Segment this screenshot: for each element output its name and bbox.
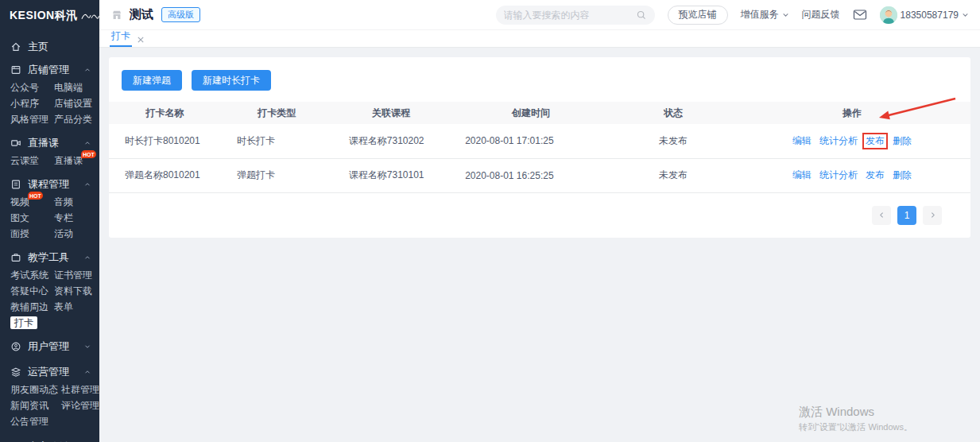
stats-link[interactable]: 统计分析	[819, 169, 858, 180]
new-popquiz-button[interactable]: 新建弹题	[122, 70, 182, 91]
sidebar-section-distribution: 内容分销	[10, 437, 99, 442]
shop-icon	[10, 64, 21, 76]
section-label: 教学工具	[28, 250, 69, 265]
layers-icon	[10, 366, 21, 378]
sidebar-item[interactable]: 音频	[54, 196, 73, 209]
table-row: 时长打卡8010201 时长打卡 课程名称7310202 2020-08-01 …	[109, 124, 970, 158]
search-box	[496, 6, 655, 25]
content-area: 新建弹题 新建时长打卡 打卡名称 打卡类型 关联课程 创建时间	[99, 48, 980, 442]
sidebar-item[interactable]: 考试系统	[10, 269, 54, 282]
publish-link[interactable]: 发布	[866, 135, 885, 146]
edit-link[interactable]: 编辑	[792, 135, 812, 146]
hot-badge: HOT	[28, 192, 43, 200]
sidebar-item[interactable]: 社群管理	[61, 383, 99, 397]
sidebar-item[interactable]: 评论管理	[61, 399, 99, 413]
sidebar-section-tools-header[interactable]: 教学工具	[10, 248, 99, 267]
sidebar-section-live: 直播课 云课堂 直播课HOT	[10, 134, 99, 169]
sidebar-item[interactable]: 朋友圈动态	[10, 383, 61, 397]
sidebar-item[interactable]: 表单	[54, 300, 73, 314]
sidebar-section-distribution-header[interactable]: 内容分销	[10, 437, 99, 442]
account-menu[interactable]: 18350587179	[880, 6, 969, 24]
col-type: 打卡类型	[221, 102, 333, 124]
cell-status: 未发布	[613, 158, 734, 192]
sidebar-item[interactable]: 电脑端	[54, 81, 83, 95]
sidebar-nav: 主页 店铺管理 公众号电脑端 小程序店铺设置 风格管理产品分类	[0, 38, 99, 442]
app-layout: KESION科汛 主页 店铺管理	[0, 0, 980, 442]
sidebar-item[interactable]: 新闻资讯	[10, 399, 61, 413]
checkin-list-card: 新建弹题 新建时长打卡 打卡名称 打卡类型 关联课程 创建时间	[109, 57, 970, 238]
col-actions: 操作	[734, 102, 970, 124]
cell-type: 时长打卡	[221, 124, 333, 158]
cell-course: 课程名称7310202	[333, 124, 449, 158]
table-header-row: 打卡名称 打卡类型 关联课程 创建时间 状态 操作	[109, 102, 970, 124]
sidebar-section-shop-header[interactable]: 店铺管理	[10, 60, 99, 79]
cell-created: 2020-08-01 17:01:25	[449, 124, 613, 158]
pagination: 1	[109, 193, 970, 225]
col-created: 创建时间	[449, 102, 613, 124]
sidebar-item[interactable]: 证书管理	[54, 269, 92, 282]
sidebar-item[interactable]: 公众号	[10, 81, 54, 95]
page-number-current[interactable]: 1	[897, 206, 916, 225]
sidebar-section-users-header[interactable]: 用户管理	[10, 337, 99, 356]
stats-link[interactable]: 统计分析	[819, 135, 858, 146]
toolbar: 新建弹题 新建时长打卡	[109, 70, 970, 91]
main-area: 测试 高级版 预览店铺 增值服务 问题反馈	[99, 0, 980, 442]
new-duration-checkin-button[interactable]: 新建时长打卡	[192, 70, 271, 91]
preview-shop-button[interactable]: 预览店铺	[668, 6, 728, 25]
account-phone: 18350587179	[901, 10, 959, 21]
prev-page-button[interactable]	[872, 206, 891, 225]
sidebar-section-shop: 店铺管理 公众号电脑端 小程序店铺设置 风格管理产品分类	[10, 60, 99, 127]
delete-link[interactable]: 删除	[893, 135, 912, 146]
edit-link[interactable]: 编辑	[792, 169, 812, 180]
avatar	[880, 6, 897, 24]
sidebar-item[interactable]: 直播课HOT	[54, 154, 98, 168]
sidebar-item[interactable]: 风格管理	[10, 113, 54, 126]
sidebar-section-course-header[interactable]: 课程管理	[10, 175, 99, 194]
publish-link[interactable]: 发布	[866, 169, 885, 180]
sidebar-item[interactable]: 活动	[54, 227, 73, 241]
sidebar-item[interactable]: 产品分类	[54, 113, 92, 126]
search-input[interactable]	[504, 10, 636, 21]
sidebar-item-checkin-active[interactable]: 打卡	[10, 316, 54, 330]
sidebar-item[interactable]: 图文	[10, 211, 54, 225]
sidebar-item[interactable]: 云课堂	[10, 154, 54, 168]
col-name: 打卡名称	[109, 102, 221, 124]
next-page-button[interactable]	[923, 206, 942, 225]
sidebar-section-operations-header[interactable]: 运营管理	[10, 363, 99, 382]
close-icon[interactable]	[138, 37, 144, 43]
section-label: 直播课	[28, 136, 59, 150]
sidebar-item[interactable]: 答疑中心	[10, 285, 54, 298]
logo-signature-icon	[80, 10, 99, 23]
menu-label: 增值服务	[741, 8, 779, 21]
section-label: 运营管理	[28, 365, 69, 379]
sidebar-item-home[interactable]: 主页	[10, 38, 99, 56]
chevron-up-icon	[83, 180, 91, 188]
topbar-right: 预览店铺 增值服务 问题反馈 18350587179	[496, 6, 969, 25]
sidebar-item[interactable]: 小程序	[10, 97, 54, 111]
sidebar-item[interactable]: 教辅周边	[10, 300, 54, 314]
feedback-link[interactable]: 问题反馈	[802, 8, 840, 21]
sidebar-item[interactable]: 专栏	[54, 211, 73, 225]
delete-link[interactable]: 删除	[893, 169, 912, 180]
sidebar-item[interactable]: 店铺设置	[54, 97, 92, 111]
menu-label: 问题反馈	[802, 8, 840, 21]
page-title: 测试	[130, 7, 153, 22]
sidebar-item[interactable]: 面授	[10, 227, 54, 241]
chevron-down-icon	[962, 11, 969, 18]
sidebar-item[interactable]: 视频HOT	[10, 196, 54, 209]
sidebar-item[interactable]: 公告管理	[10, 415, 64, 428]
users-icon	[10, 341, 21, 352]
tab-checkin[interactable]: 打卡	[110, 29, 132, 47]
col-status: 状态	[613, 102, 734, 124]
sidebar-item[interactable]: 资料下载	[54, 285, 92, 298]
plan-badge: 高级版	[161, 7, 200, 22]
value-added-services-menu[interactable]: 增值服务	[741, 8, 789, 21]
home-icon	[10, 41, 21, 52]
section-label: 店铺管理	[28, 63, 69, 77]
logo[interactable]: KESION科汛	[0, 0, 99, 30]
sidebar-section-course: 课程管理 视频HOT 音频 图文专栏 面授活动	[10, 175, 99, 242]
col-course: 关联课程	[333, 102, 449, 124]
search-icon[interactable]	[636, 10, 647, 21]
mail-icon[interactable]	[853, 9, 867, 21]
workspace-icon	[110, 9, 123, 21]
